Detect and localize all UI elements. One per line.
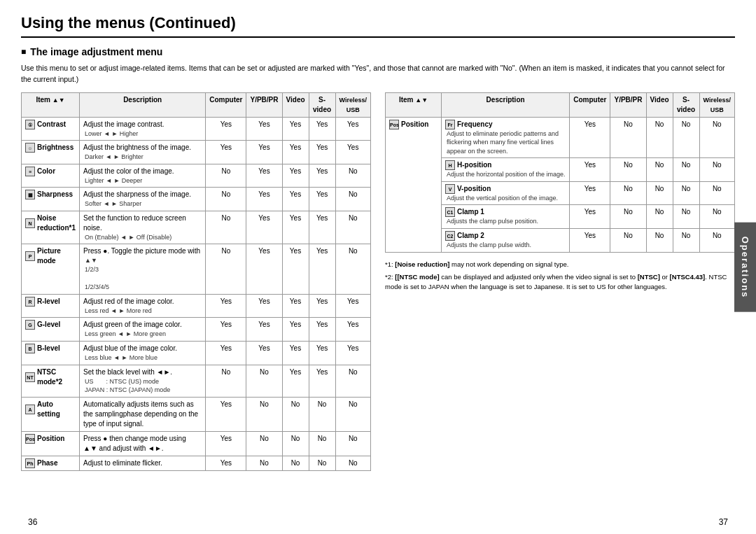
computer-cell: No xyxy=(206,211,246,244)
description-text: Adjust green of the image color. xyxy=(83,321,182,328)
sub-item-name-cell: C1Clamp 1Adjusts the clamp pulse positio… xyxy=(442,205,570,229)
description-text: Adjust the sharpness of the image. xyxy=(83,190,191,198)
item-label: Position xyxy=(401,120,428,129)
ypbpr-cell: No xyxy=(246,397,282,431)
item-name: NTNTSC mode*2 xyxy=(25,367,76,387)
sub-label: Clamp 1 xyxy=(457,207,484,217)
video-cell: Yes xyxy=(282,117,309,141)
header-wireless-r: Wireless/USB xyxy=(699,92,734,117)
svideo-cell: Yes xyxy=(309,117,335,141)
video-cell: Yes xyxy=(282,244,309,294)
description-cell: Adjust blue of the image color.Less blue… xyxy=(80,342,206,365)
description-text: Press ● then change mode using ▲▼ and ad… xyxy=(83,435,186,452)
item-name: BB-level xyxy=(25,344,76,353)
item-cell: AAuto setting xyxy=(22,397,80,431)
svideo-cell: No xyxy=(309,397,335,431)
ypbpr-cell: No xyxy=(610,158,646,182)
ypbpr-cell: No xyxy=(246,365,282,397)
video-cell: No xyxy=(646,205,673,229)
computer-cell: Yes xyxy=(206,342,246,365)
table-row: RR-levelAdjust red of the image color.Le… xyxy=(22,294,371,318)
item-cell: NNoise reduction*1 xyxy=(22,211,80,244)
header-svideo-r: S-video xyxy=(673,92,699,117)
description-text: Adjust the color of the image. xyxy=(83,167,174,175)
right-table: Item ▲▼ Description Computer Y/PB/PR Vid… xyxy=(385,92,735,253)
item-name: PosPosition xyxy=(389,120,438,129)
description-text: Adjust red of the image color. xyxy=(83,297,174,305)
page-title: Using the menus (Continued) xyxy=(21,14,735,38)
ypbpr-cell: Yes xyxy=(246,294,282,318)
computer-cell: No xyxy=(206,244,246,294)
sub-item-name-cell: FrFrequencyAdjust to eliminate periodic … xyxy=(442,117,570,158)
ypbpr-cell: No xyxy=(246,456,282,470)
header-ypbpr-r: Y/PB/PR xyxy=(610,92,646,117)
wireless-cell: Yes xyxy=(335,117,370,141)
item-label: Contrast xyxy=(37,120,66,129)
description-cell: Adjust the brightness of the image.Darke… xyxy=(80,141,206,164)
description-cell: Adjust the color of the image.Lighter ◄ … xyxy=(80,164,206,188)
description-text: Set the function to reduce screen noise. xyxy=(83,214,186,232)
computer-cell: No xyxy=(206,188,246,211)
wireless-cell: Yes xyxy=(335,342,370,365)
table-row: GG-levelAdjust green of the image color.… xyxy=(22,318,371,342)
operations-tab: Operations xyxy=(734,222,756,312)
page-number-left: 36 xyxy=(28,517,37,527)
description-cell: Press ● then change mode using ▲▼ and ad… xyxy=(80,431,206,456)
sub-label: Clamp 2 xyxy=(457,231,484,241)
header-computer-r: Computer xyxy=(570,92,610,117)
item-label: Picture mode xyxy=(37,246,76,266)
item-icon: B xyxy=(25,344,35,353)
computer-cell: Yes xyxy=(206,117,246,141)
sub-item-name-cell: C2Clamp 2Adjusts the clamp pulse width. xyxy=(442,229,570,253)
item-label: R-level xyxy=(37,297,60,307)
description-cell: Set the function to reduce screen noise.… xyxy=(80,211,206,244)
table-row: NTNTSC mode*2Set the black level with ◄►… xyxy=(22,365,371,397)
ypbpr-cell: Yes xyxy=(246,164,282,188)
computer-cell: Yes xyxy=(206,141,246,164)
sub-icon: C2 xyxy=(445,231,455,241)
page-container: Using the menus (Continued) The image ad… xyxy=(0,0,756,510)
description-cell: Automatically adjusts items such as the … xyxy=(80,397,206,431)
item-icon: N xyxy=(25,218,35,228)
intro-text: Use this menu to set or adjust image-rel… xyxy=(21,63,735,85)
wireless-cell: No xyxy=(699,205,734,229)
sub-item-name-cell: VV-positionAdjust the vertical position … xyxy=(442,181,570,205)
ypbpr-cell: Yes xyxy=(246,318,282,342)
computer-cell: Yes xyxy=(570,117,610,158)
svideo-cell: Yes xyxy=(309,164,335,188)
video-cell: Yes xyxy=(282,294,309,318)
left-table: Item ▲▼ Description Computer Y/PB/PR Vid… xyxy=(21,92,371,471)
item-icon: R xyxy=(25,297,35,307)
sub-item-name: VV-position xyxy=(445,184,566,194)
sub-label: H-position xyxy=(457,160,491,170)
header-item-r: Item ▲▼ xyxy=(386,92,442,117)
item-icon: A xyxy=(25,405,35,414)
item-label: NTSC mode*2 xyxy=(37,367,76,387)
item-name: PPicture mode xyxy=(25,246,76,266)
description-cell: Adjust green of the image color.Less gre… xyxy=(80,318,206,342)
svideo-cell: No xyxy=(309,456,335,470)
item-cell: PPicture mode xyxy=(22,244,80,294)
ypbpr-cell: No xyxy=(246,431,282,456)
computer-cell: Yes xyxy=(570,158,610,182)
sub-icon: Fr xyxy=(445,120,455,129)
sub-description: Adjust the horizontal position of the im… xyxy=(445,170,566,179)
description-text: Automatically adjusts items such as the … xyxy=(83,400,198,428)
item-label: B-level xyxy=(37,344,60,353)
item-cell: ☼Brightness xyxy=(22,141,80,164)
item-cell: GG-level xyxy=(22,318,80,342)
svideo-cell: No xyxy=(673,229,699,253)
item-cell: NTNTSC mode*2 xyxy=(22,365,80,397)
computer-cell: Yes xyxy=(206,294,246,318)
video-cell: No xyxy=(282,431,309,456)
sub-text: Less red ◄ ► More red xyxy=(83,307,202,316)
ypbpr-cell: Yes xyxy=(246,188,282,211)
ypbpr-cell: No xyxy=(610,117,646,158)
item-icon: NT xyxy=(25,372,35,382)
header-wireless: Wireless/USB xyxy=(335,92,370,117)
sub-text: Lighter ◄ ► Deeper xyxy=(83,176,202,185)
item-cell: ≡Color xyxy=(22,164,80,188)
ypbpr-cell: Yes xyxy=(246,141,282,164)
description-cell: Adjust red of the image color.Less red ◄… xyxy=(80,294,206,318)
sub-text: ▲▼ 1/2/3 1/2/3/4/5 xyxy=(83,256,202,291)
